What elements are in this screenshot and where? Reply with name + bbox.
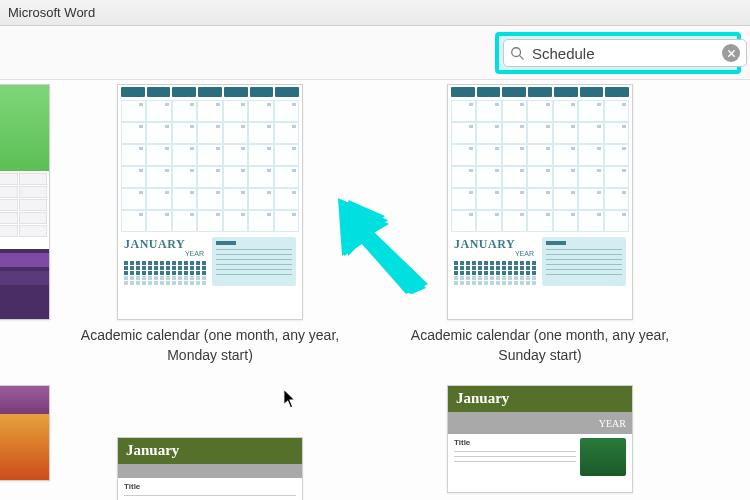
svg-line-1 — [520, 56, 524, 60]
template-item-partial-left-2[interactable]: YEAR — [0, 385, 50, 500]
search-input[interactable] — [532, 45, 722, 62]
search-icon — [510, 46, 524, 60]
template-thumbnail: JANUARY YEAR — [447, 84, 633, 320]
template-label: Academic calendar (one month, any year, … — [70, 326, 350, 365]
template-item-green-1[interactable]: January Title — [50, 385, 370, 500]
template-item-academic-sunday[interactable]: JANUARY YEAR Academic calendar (one mont… — [380, 84, 700, 365]
template-item-academic-monday[interactable]: JANUARY YEAR Academic calendar (one mont… — [50, 84, 370, 365]
template-thumbnail: January Title — [117, 437, 303, 500]
window-toolbar: Microsoft Word — [0, 0, 750, 26]
template-item-green-2[interactable]: January YEAR Title — [380, 385, 700, 500]
thumb-month-label: January — [118, 438, 302, 464]
app-title: Microsoft Word — [8, 5, 95, 20]
search-field[interactable] — [503, 39, 747, 67]
template-thumbnail: January YEAR Title — [447, 385, 633, 493]
template-thumbnail: JANUARY YEAR — [117, 84, 303, 320]
thumb-image-placeholder — [580, 438, 626, 476]
thumb-year-label: YEAR — [599, 418, 626, 429]
template-item-partial-left[interactable]: r — [0, 84, 50, 365]
template-label: Academic calendar (one month, any year, … — [400, 326, 680, 365]
thumb-month-label: January — [448, 386, 632, 412]
template-gallery: r JANUARY YEAR — [0, 80, 750, 500]
gallery-header — [0, 26, 750, 80]
clear-search-button[interactable] — [722, 44, 740, 62]
search-highlight-box — [495, 32, 741, 74]
template-thumbnail: YEAR — [0, 385, 50, 481]
thumb-title-label: Title — [454, 438, 576, 447]
template-thumbnail — [0, 84, 50, 320]
thumb-year-banner: YEAR — [0, 386, 49, 414]
thumb-title-label: Title — [124, 482, 296, 491]
